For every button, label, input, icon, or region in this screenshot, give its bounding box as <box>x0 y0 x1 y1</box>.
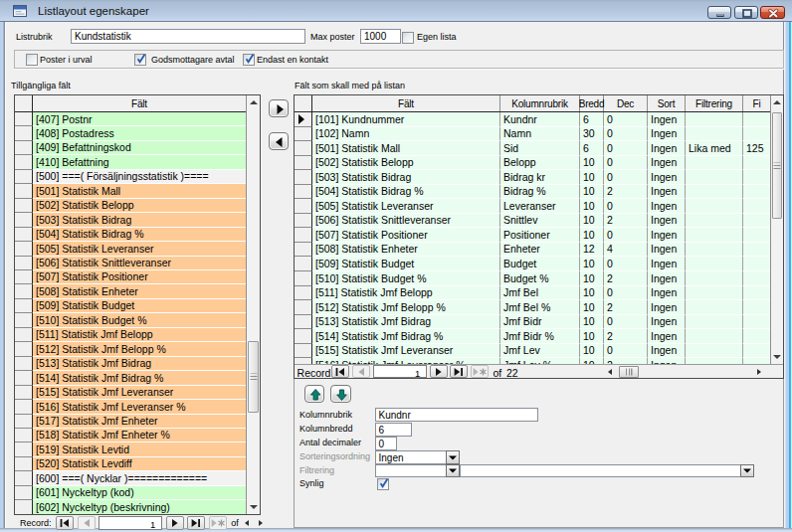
selected-field-cell[interactable]: Enheter <box>500 243 580 258</box>
selected-horizontal-scrollbar[interactable] <box>598 365 772 379</box>
scroll-left-icon[interactable] <box>245 520 249 526</box>
available-field-row[interactable]: [408] Postadress <box>15 126 246 140</box>
selected-field-cell[interactable]: 10 <box>580 170 604 185</box>
selected-field-cell[interactable]: Ingen <box>648 185 686 200</box>
selected-field-cell[interactable]: 0 <box>604 286 648 301</box>
available-field-cell[interactable]: [515] Statistik Jmf Leveranser <box>33 386 246 400</box>
selected-field-cell[interactable]: 10 <box>580 156 604 171</box>
row-selector[interactable] <box>15 313 33 327</box>
available-field-cell[interactable]: [509] Statistik Budget <box>33 299 246 313</box>
available-field-row[interactable]: [513] Statistik Jmf Bidrag <box>15 357 246 371</box>
selected-field-cell[interactable]: 0 <box>604 170 648 185</box>
row-selector[interactable] <box>15 471 33 485</box>
row-selector[interactable] <box>15 141 33 155</box>
selected-field-row[interactable]: [508] Statistik EnheterEnheter124Ingen <box>295 243 770 258</box>
new-record-button[interactable] <box>209 516 227 530</box>
available-field-row[interactable]: [519] Statistik Levtid <box>15 443 246 456</box>
available-field-cell[interactable]: [520] Statistik Levdiff <box>33 457 246 471</box>
row-selector[interactable] <box>15 328 33 342</box>
available-field-row[interactable]: [503] Statistik Bidrag <box>15 213 246 227</box>
selected-field-cell[interactable]: Ingen <box>648 228 686 243</box>
selected-field-cell[interactable]: Ingen <box>648 344 686 359</box>
available-horizontal-scrollbar[interactable] <box>243 517 271 529</box>
available-field-cell[interactable]: [408] Postadress <box>33 126 246 140</box>
available-field-row[interactable]: [517] Statistik Jmf Enheter <box>15 415 246 429</box>
row-selector[interactable] <box>15 199 33 213</box>
available-field-row[interactable]: [520] Statistik Levdiff <box>15 457 246 471</box>
available-vertical-scrollbar[interactable] <box>246 95 260 514</box>
selected-field-row[interactable]: [505] Statistik LeveranserLeveranser100I… <box>295 199 770 214</box>
available-field-row[interactable]: [518] Statistik Jmf Enheter % <box>15 429 246 443</box>
selected-field-cell[interactable]: [101] Kundnummer <box>312 112 500 127</box>
record-number-input[interactable]: 1 <box>373 365 427 378</box>
selected-scrollbar-thumb[interactable] <box>772 112 782 219</box>
selected-field-cell[interactable]: 0 <box>604 257 648 271</box>
row-selector[interactable] <box>15 257 33 270</box>
new-record-button[interactable] <box>471 365 489 378</box>
selected-field-cell[interactable]: Ingen <box>648 127 686 142</box>
minimize-button[interactable] <box>707 6 731 19</box>
selected-field-cell[interactable] <box>686 228 743 243</box>
column-header-bredd[interactable]: Bredd <box>580 95 604 111</box>
selected-field-cell[interactable] <box>686 185 743 200</box>
selected-field-cell[interactable]: [513] Statistik Jmf Bidrag <box>312 315 500 330</box>
maximize-button[interactable] <box>734 6 758 19</box>
selected-field-cell[interactable]: [515] Statistik Jmf Leveranser <box>312 344 500 359</box>
selected-field-cell[interactable]: 2 <box>604 185 648 200</box>
row-selector[interactable] <box>15 371 33 385</box>
selected-field-cell[interactable]: 2 <box>604 214 648 229</box>
row-selector[interactable] <box>15 155 33 169</box>
selected-field-cell[interactable]: 10 <box>580 344 604 359</box>
row-selector[interactable] <box>295 243 312 258</box>
available-field-row[interactable]: [515] Statistik Jmf Leveranser <box>15 386 246 400</box>
first-record-button[interactable] <box>56 516 74 530</box>
selected-field-cell[interactable]: Ingen <box>648 315 686 330</box>
row-selector[interactable] <box>295 329 312 344</box>
selected-field-cell[interactable]: [511] Statistik Jmf Belopp <box>312 286 500 301</box>
selected-field-cell[interactable]: Jmf Lev <box>500 344 580 359</box>
selected-field-cell[interactable]: Ingen <box>648 257 686 271</box>
column-header-f-lt[interactable]: Fält <box>312 95 500 111</box>
selected-field-cell[interactable]: Lika med <box>686 141 743 156</box>
selected-field-cell[interactable]: 10 <box>580 199 604 214</box>
selected-field-cell[interactable]: 10 <box>580 214 604 229</box>
selected-field-cell[interactable] <box>686 271 743 286</box>
row-selector[interactable] <box>295 286 312 301</box>
row-selector[interactable] <box>295 300 312 315</box>
row-selector[interactable] <box>15 486 33 500</box>
close-button[interactable] <box>760 6 785 19</box>
selected-field-cell[interactable] <box>743 185 770 200</box>
available-field-cell[interactable]: [410] Befattning <box>33 155 246 169</box>
available-field-row[interactable]: [512] Statistik Jmf Belopp % <box>15 342 246 356</box>
available-field-row[interactable]: [507] Statistik Positioner <box>15 270 246 284</box>
selected-field-cell[interactable] <box>743 344 770 359</box>
available-field-cell[interactable]: [518] Statistik Jmf Enheter % <box>33 429 246 443</box>
selected-field-row[interactable]: [510] Statistik Budget %Budget %102Ingen <box>295 271 770 286</box>
available-field-cell[interactable]: [501] Statistik Mall <box>33 184 246 198</box>
row-selector[interactable] <box>15 400 33 414</box>
selected-field-row[interactable]: [506] Statistik SnittleveranserSnittlev1… <box>295 214 770 229</box>
record-number-input[interactable]: 1 <box>99 516 163 530</box>
move-down-button[interactable] <box>330 385 351 403</box>
row-selector[interactable] <box>295 257 312 271</box>
row-selector[interactable] <box>15 213 33 227</box>
selected-field-cell[interactable]: [510] Statistik Budget % <box>312 271 500 286</box>
selected-field-cell[interactable]: 2 <box>604 271 648 286</box>
selected-field-cell[interactable] <box>743 329 770 344</box>
listrubrik-input[interactable]: Kundstatistik <box>71 29 305 44</box>
available-field-row[interactable]: [407] Postnr <box>15 112 246 126</box>
selected-field-cell[interactable] <box>686 329 743 344</box>
selected-field-cell[interactable] <box>686 127 743 142</box>
selected-field-cell[interactable]: Snittlev <box>500 214 580 229</box>
selected-field-cell[interactable]: [506] Statistik Snittleveranser <box>312 214 500 229</box>
filtrering-value-select[interactable] <box>460 464 754 477</box>
selected-field-cell[interactable]: Budget % <box>500 271 580 286</box>
available-field-row[interactable]: [501] Statistik Mall <box>15 184 246 198</box>
selected-field-cell[interactable]: Ingen <box>648 170 686 185</box>
row-selector[interactable] <box>15 284 33 298</box>
selected-field-cell[interactable]: 10 <box>580 257 604 271</box>
selected-field-cell[interactable]: 0 <box>604 127 648 142</box>
row-selector[interactable] <box>15 270 33 284</box>
row-selector[interactable] <box>15 242 33 256</box>
selected-field-cell[interactable] <box>686 112 743 127</box>
